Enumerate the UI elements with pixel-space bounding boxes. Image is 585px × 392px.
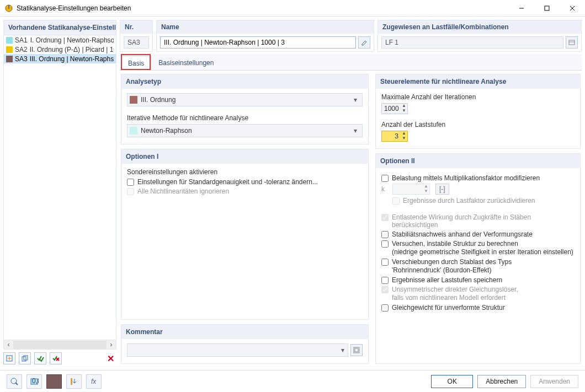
color-swatch-icon <box>6 37 13 44</box>
analysetyp-header: Analysetyp <box>121 74 368 89</box>
scroll-left-icon[interactable]: ‹ <box>4 340 13 350</box>
k-spinner: ▲▼ <box>392 184 430 195</box>
color-swatch-icon <box>130 127 137 135</box>
k-unit: [-] <box>435 184 449 195</box>
cb-standardgenauigkeit[interactable]: Einstellungen für Standardgenauigkeit un… <box>127 178 363 186</box>
scroll-right-icon[interactable]: › <box>107 340 116 350</box>
list-item[interactable]: SA1 I. Ordnung | Newton-Raphson <box>4 35 116 45</box>
iterative-method-combo[interactable]: Newton-Raphson ▾ <box>127 124 363 137</box>
maximize-button[interactable] <box>534 0 560 17</box>
list-h-scrollbar[interactable]: ‹ › <box>4 340 116 349</box>
sondereinstellungen-label: Sondereinstellungen aktivieren <box>127 168 363 176</box>
left-panel-header: Vorhandene Statikanalyse-Einstellungen <box>3 20 116 35</box>
left-toolbar: ✕ <box>3 352 116 365</box>
svg-rect-16 <box>355 348 358 352</box>
spin-down-icon[interactable]: ▼ <box>401 109 407 114</box>
chevron-down-icon: ▾ <box>338 346 348 354</box>
edit-name-button[interactable] <box>358 36 370 49</box>
uncheck-all-button[interactable] <box>50 352 62 364</box>
tab-basiseinstellungen[interactable]: Basiseinstellungen <box>151 55 221 70</box>
dialog-footer: 0,00 fx OK Abbrechen Anwenden <box>0 370 585 392</box>
chevron-down-icon: ▾ <box>351 96 360 104</box>
app-icon <box>4 4 13 13</box>
svg-rect-21 <box>71 378 72 385</box>
kommentar-combo[interactable]: ▾ <box>127 343 348 357</box>
cb-unsymmetrischer-loeser: Unsymmetrischer direkter Gleichungslöser… <box>381 286 575 302</box>
cb-nichtlinearitaeten-ignorieren: Alle Nichtlinearitäten ignorieren <box>127 187 363 195</box>
spin-down-icon[interactable]: ▼ <box>401 136 407 141</box>
k-row: k ▲▼ [-] <box>381 184 575 195</box>
svg-rect-1 <box>8 6 9 9</box>
list-item[interactable]: SA3 III. Ordnung | Newton-Raphson | 1000… <box>4 54 116 63</box>
chevron-down-icon: ▾ <box>351 127 360 135</box>
tab-bar: Basis Basiseinstellungen <box>120 54 582 71</box>
units-button[interactable]: 0,00 <box>26 374 42 389</box>
color-swatch-icon <box>6 46 13 53</box>
assigned-browse-button[interactable] <box>566 36 578 49</box>
svg-text:0,00: 0,00 <box>32 377 39 385</box>
check-all-button[interactable] <box>34 352 46 364</box>
minimize-button[interactable] <box>509 0 534 17</box>
cb-instabile-struktur[interactable]: Versuchen, instabile Struktur zu berechn… <box>381 240 575 256</box>
k-label: k <box>381 185 389 193</box>
svg-text:fx: fx <box>91 378 97 385</box>
kommentar-pick-button[interactable] <box>350 344 363 356</box>
list-item[interactable]: SA2 II. Ordnung (P-Δ) | Picard | 100 | 1 <box>4 45 116 54</box>
cb-gleichgewicht-unverformt[interactable]: Gleichgewicht für unverformte Struktur <box>381 304 575 312</box>
cancel-button[interactable]: Abbrechen <box>477 375 526 388</box>
settings-list[interactable]: SA1 I. Ordnung | Newton-Raphson SA2 II. … <box>3 35 116 350</box>
cb-entlastende-wirkung: Entlastende Wirkung durch Zugkräfte in S… <box>381 213 575 229</box>
analysetyp-combo[interactable]: III. Ordnung ▾ <box>127 93 363 106</box>
kommentar-header: Kommentar <box>121 325 368 339</box>
tab-basis[interactable]: Basis <box>121 56 151 71</box>
assigned-label: Zugewiesen an Lastfälle/Kombinationen <box>378 20 581 34</box>
svg-line-18 <box>15 383 18 385</box>
cb-lastfaktor-zurueck: Ergebnisse durch Lastfaktor zurückdividi… <box>392 197 575 205</box>
assigned-field: LF 1 <box>381 36 563 49</box>
cb-multiplikationsfaktor[interactable]: Belastung mittels Multiplikationsfaktor … <box>381 174 575 182</box>
nr-label: Nr. <box>120 20 152 34</box>
cb-stabilitaetsnachweis[interactable]: Stabiliätsnachweis anhand der Verformung… <box>381 230 575 238</box>
max-iter-label: Maximale Anzahl der Iterationen <box>381 93 575 101</box>
ok-button[interactable]: OK <box>431 375 473 388</box>
iterative-method-label: Iterative Methode für nichtlineare Analy… <box>127 114 363 122</box>
color-swatch-icon <box>6 56 13 62</box>
color-button[interactable] <box>46 374 62 389</box>
svg-rect-3 <box>545 6 549 10</box>
delete-button[interactable]: ✕ <box>104 352 116 364</box>
optionen2-header: Optionen II <box>376 154 580 168</box>
cb-laststufen-speichern[interactable]: Ergebnisse aller Laststufen speichern <box>381 276 575 284</box>
optionen1-header: Optionen I <box>121 149 368 164</box>
titlebar: Statikanalyse-Einstellungen bearbeiten <box>0 0 585 17</box>
load-steps-label: Anzahl der Laststufen <box>381 121 575 128</box>
name-input[interactable] <box>160 36 356 49</box>
nr-field: SA3 <box>124 36 149 49</box>
max-iter-spinner[interactable]: 1000 ▲▼ <box>381 103 408 114</box>
steuerelemente-header: Steuerelemente für nichtlineare Analyse <box>376 74 580 89</box>
color-swatch-icon <box>130 96 137 104</box>
apply-button: Anwenden <box>530 375 578 388</box>
sort-button[interactable] <box>66 374 82 389</box>
close-button[interactable] <box>560 0 585 17</box>
window-title: Statikanalyse-Einstellungen bearbeiten <box>17 4 509 12</box>
name-label: Name <box>157 20 374 34</box>
cb-verschiebungen-bourdon[interactable]: Verschiebungen durch Stablast des Typs'R… <box>381 258 575 275</box>
new-item-button[interactable] <box>3 352 15 364</box>
load-steps-spinner[interactable]: 3 ▲▼ <box>381 131 408 142</box>
svg-rect-13 <box>569 40 575 45</box>
help-button[interactable] <box>7 374 22 389</box>
duplicate-button[interactable] <box>19 352 31 364</box>
function-button[interactable]: fx <box>86 374 102 389</box>
